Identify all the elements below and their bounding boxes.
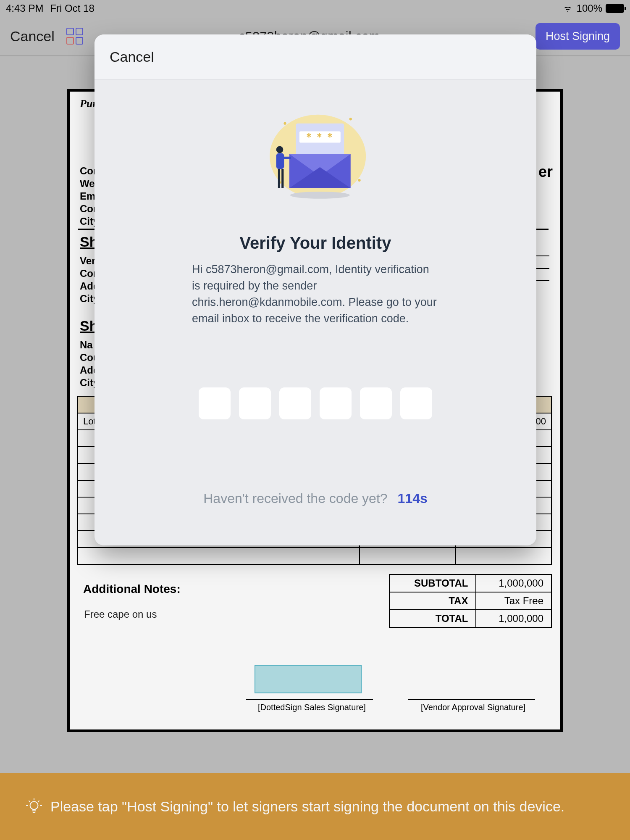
envelope-code-icon: ＊ ＊ ＊ — [94, 106, 536, 215]
svg-point-14 — [290, 192, 350, 199]
svg-rect-17 — [278, 169, 280, 188]
svg-text:＊: ＊ — [315, 131, 324, 142]
modal-message: Hi c5873heron@gmail.com, Identity verifi… — [192, 261, 439, 327]
resend-question: Haven't received the code yet? — [203, 491, 387, 506]
code-input-row — [94, 387, 536, 419]
code-digit-5[interactable] — [360, 387, 392, 419]
svg-point-2 — [284, 122, 286, 125]
resend-timer: 114s — [398, 491, 428, 506]
code-digit-4[interactable] — [320, 387, 352, 419]
svg-text:＊: ＊ — [325, 131, 335, 142]
modal-title: Verify Your Identity — [94, 234, 536, 253]
svg-point-4 — [358, 179, 360, 182]
code-digit-2[interactable] — [239, 387, 271, 419]
svg-rect-16 — [276, 153, 284, 169]
resend-row: Haven't received the code yet? 114s — [94, 491, 536, 506]
modal-header: Cancel — [94, 34, 536, 80]
verify-identity-modal: Cancel ＊ ＊ ＊ Verify Your I — [94, 34, 536, 545]
svg-point-15 — [276, 146, 283, 153]
code-digit-6[interactable] — [400, 387, 432, 419]
code-digit-1[interactable] — [199, 387, 231, 419]
svg-rect-19 — [283, 157, 291, 159]
svg-point-3 — [349, 118, 352, 120]
svg-rect-18 — [281, 169, 284, 188]
svg-text:＊: ＊ — [304, 131, 314, 142]
modal-cancel-button[interactable]: Cancel — [110, 49, 154, 65]
code-digit-3[interactable] — [279, 387, 311, 419]
